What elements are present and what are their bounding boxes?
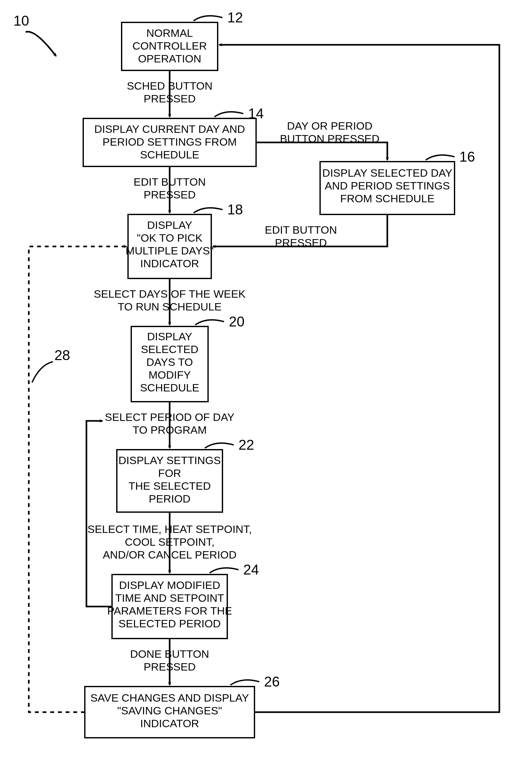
lbl-seltime-1: SELECT TIME, HEAT SETPOINT, [88, 523, 252, 535]
lbl-done-1: DONE BUTTON [130, 648, 209, 660]
lbl-seltime-3: AND/OR CANCEL PERIOD [103, 549, 237, 561]
box-24-l3: PARAMETERS FOR THE [107, 605, 232, 617]
arrow-24-loop [87, 421, 112, 607]
box-14-l3: SCHEDULE [140, 148, 199, 161]
lbl-selperiod-2: TO PROGRAM [132, 424, 207, 436]
arrow-14-16 [256, 142, 387, 160]
lbl-done-2: PRESSED [144, 661, 196, 673]
box-22-l1: DISPLAY SETTINGS [118, 454, 221, 466]
box-26-l2: "SAVING CHANGES" [117, 704, 222, 717]
box-20-l2: SELECTED [141, 343, 198, 355]
lbl-seldays-1: SELECT DAYS OF THE WEEK [94, 288, 246, 300]
lbl-editB-2: PRESSED [275, 237, 327, 249]
box-24-l1: DISPLAY MODIFIED [119, 579, 220, 591]
lbl-dayper-1: DAY OR PERIOD [287, 120, 372, 132]
lbl-editB-1: EDIT BUTTON [265, 224, 337, 236]
ref-14: 14 [248, 105, 264, 121]
leader-12 [194, 16, 223, 21]
ref-20: 20 [229, 314, 245, 329]
box-26-l3: INDICATOR [140, 717, 199, 729]
box-18-l1: DISPLAY [147, 219, 192, 231]
lbl-selperiod-1: SELECT PERIOD OF DAY [105, 411, 235, 423]
ref-24: 24 [243, 562, 259, 577]
ref-18: 18 [227, 202, 243, 217]
lbl-sched-2: PRESSED [144, 93, 196, 105]
box-16-l1: DISPLAY SELECTED DAY [322, 167, 452, 179]
ref-16: 16 [459, 149, 475, 164]
box-12-l3: OPERATION [138, 53, 201, 65]
ref-28: 28 [55, 347, 70, 363]
ref-26: 26 [264, 674, 280, 689]
lbl-seltime-2: COOL SETPOINT, [125, 536, 215, 548]
pointer-arrow [26, 32, 56, 56]
box-18-l2: "OK TO PICK [137, 232, 203, 244]
leader-22 [205, 443, 234, 448]
leader-28 [32, 362, 53, 382]
box-16-l3: FROM SCHEDULE [340, 192, 435, 205]
lbl-sched-1: SCHED BUTTON [127, 80, 213, 92]
ref-22: 22 [239, 437, 254, 453]
box-12-l1: NORMAL [146, 27, 193, 39]
box-22-l2: FOR [158, 467, 181, 479]
flowchart: 10 NORMAL CONTROLLER OPERATION 12 SCHED … [0, 0, 532, 764]
box-16-l2: AND PERIOD SETTINGS [325, 180, 450, 192]
box-14-l1: DISPLAY CURRENT DAY AND [94, 123, 245, 135]
arrow-26-12 [219, 45, 499, 712]
leader-14 [215, 112, 243, 117]
ref-12: 12 [227, 10, 243, 25]
box-20-l1: DISPLAY [147, 330, 192, 342]
box-20-l4: MODIFY [148, 369, 191, 381]
leader-16 [426, 155, 454, 160]
leader-18 [194, 208, 223, 213]
lbl-editA-2: PRESSED [144, 189, 196, 201]
box-20-l3: DAYS TO [146, 356, 193, 368]
box-22-l4: PERIOD [149, 492, 190, 505]
box-24-l2: TIME AND SETPOINT [115, 592, 224, 604]
arrow-dashed-28 [29, 247, 126, 712]
leader-20 [195, 320, 224, 325]
box-18-l4: INDICATOR [140, 257, 199, 270]
box-12-l2: CONTROLLER [132, 40, 207, 52]
box-20-l5: SCHEDULE [140, 382, 199, 394]
box-18-l3: MULTIPLE DAYS" [125, 245, 214, 257]
box-22-l3: THE SELECTED [129, 480, 211, 492]
box-26-l1: SAVE CHANGES AND DISPLAY [90, 692, 249, 704]
leader-24 [210, 568, 239, 573]
lbl-seldays-2: TO RUN SCHEDULE [118, 300, 222, 313]
lbl-editA-1: EDIT BUTTON [133, 176, 206, 188]
leader-26 [231, 680, 259, 685]
lbl-dayper-2: BUTTON PRESSED [280, 132, 379, 145]
box-14-l2: PERIOD SETTINGS FROM [102, 136, 237, 148]
ref-10: 10 [13, 13, 29, 29]
box-24-l4: SELECTED PERIOD [118, 617, 221, 630]
